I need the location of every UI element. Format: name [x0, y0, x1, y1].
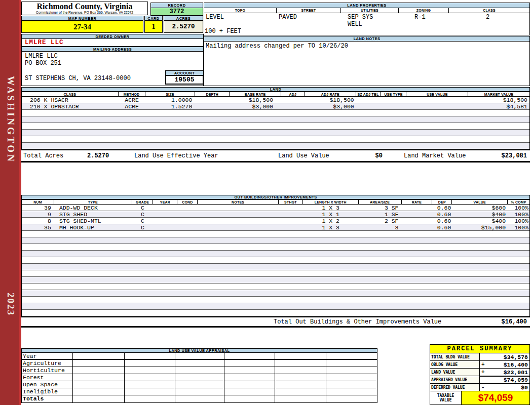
empty-cell [125, 360, 175, 367]
empty-cell [275, 395, 327, 402]
cell-size: 1.0000 [145, 97, 196, 103]
class-value: 2 [486, 14, 489, 21]
empty-cell [275, 388, 327, 395]
land-table: LAND CLASS METHOD SIZE DEPTH BASE RATE A… [21, 87, 530, 163]
empty-cell [224, 353, 275, 359]
lua-row-horticulture: Horticulture [22, 367, 377, 374]
ps-operator: - [480, 384, 487, 390]
land-row: 210 X OPNSTACR ACRE 1.5270 $3,000 $3,000… [22, 103, 529, 110]
street-value: PAVED [279, 14, 297, 21]
col-ob-cond: COND [177, 200, 198, 204]
utilities-value: SEP SYS [348, 14, 373, 21]
empty-cell [73, 395, 125, 402]
out-buildings-total-value: $16,400 [502, 318, 527, 326]
land-notes-text: Mailing address changed per TO 10/26/20 [204, 42, 529, 50]
cell-grade: C [132, 211, 154, 218]
taxable-value-row: TAXABLEVALUE $74,059 [430, 391, 529, 404]
empty-cell [275, 360, 327, 367]
address-line-3: ST STEPHENS CH, VA 23148-0000 [25, 75, 131, 82]
out-buildings-rows: 39 ADD-WD DECK C 1 X 3 3 SF 0.60 $600 10… [22, 205, 529, 316]
topo-value-2: 100 + FEET [205, 28, 241, 35]
effective-year-label: Land Use Effective Year [134, 152, 218, 159]
ps-label: DEFERRED VALUE [430, 384, 480, 391]
empty-row [22, 264, 529, 270]
empty-cell [175, 374, 224, 381]
col-ob-type: TYPE [54, 200, 132, 204]
cell-value: $600 [452, 205, 508, 211]
lua-label: Ineligible [22, 388, 73, 395]
cell-value: $400 [452, 218, 508, 224]
record-box: RECORD 3772 [150, 3, 203, 16]
utilities-value-2: WELL [348, 21, 362, 28]
cell-value: $400 [452, 211, 508, 218]
col-ob-sthgt: STHGT [279, 200, 303, 204]
empty-row [22, 290, 529, 297]
record-value: 3772 [150, 8, 203, 16]
cell-market-value: $4,581 [468, 103, 529, 110]
parcel-summary-row: DEFERRED VALUE - $0 [430, 384, 529, 391]
zoning-value: R-1 [414, 14, 426, 21]
empty-row [22, 244, 529, 251]
cell-area-size: 1 SF [359, 211, 402, 218]
mailing-address-box: LMLRE LLC PO BOX 251 ST STEPHENS CH, VA … [21, 52, 204, 86]
deeded-owner-value: LMLRE LLC [21, 39, 204, 47]
land-properties-title: LAND PROPERTIES [204, 3, 529, 8]
col-land-class: CLASS [22, 92, 119, 96]
land-market-value: $23,081 [502, 152, 527, 159]
land-notes-title: LAND NOTES [204, 36, 529, 42]
cell-dep: 0.60 [432, 224, 452, 231]
land-row: 206 K HSACR ACRE 1.0000 $18,500 $18,500 … [22, 97, 529, 103]
col-land-adj: ADJ [281, 92, 305, 96]
col-zoning: ZONING [399, 8, 449, 13]
cell-class: 210 X OPNSTACR [22, 103, 119, 110]
col-ob-dep: DEP [432, 200, 452, 204]
empty-cell [224, 374, 275, 381]
empty-cell [125, 374, 175, 381]
land-notes-box: LAND NOTES Mailing address changed per T… [204, 36, 530, 86]
cell-length-width: 1 X 1 [303, 211, 359, 218]
empty-cell [175, 353, 224, 359]
account-box: ACCOUNT 19505 [165, 70, 204, 85]
empty-cell [73, 381, 125, 388]
empty-row [22, 116, 529, 123]
col-ob-grade: GRADE [132, 200, 154, 204]
empty-cell [326, 353, 377, 359]
empty-cell [73, 388, 125, 395]
empty-cell [73, 353, 125, 359]
cell-market-value: $18,500 [468, 97, 529, 103]
out-buildings-totals-row: Total Out Buildings & Other Improvements… [21, 316, 530, 327]
cell-num: 8 [22, 218, 54, 224]
land-use-appraisal-table: LAND USE VALUE APPRAISAL Year Agricultur… [21, 348, 377, 403]
out-building-row: 35 MH HOOK-UP C 1 X 3 3 0.60 $15,000 100… [22, 224, 529, 231]
cell-num: 39 [22, 205, 54, 211]
cell-dep: 0.60 [432, 218, 452, 224]
cell-method: ACRE [119, 97, 145, 103]
empty-cell [275, 374, 327, 381]
county-title-box: Richmond County, Virginia Commissioner o… [21, 2, 148, 15]
land-use-value-label: Land Use Value [278, 152, 329, 159]
cell-value: $15,000 [452, 224, 508, 231]
empty-cell [275, 381, 327, 388]
ps-value: $74,059 [487, 377, 529, 383]
empty-cell [326, 388, 377, 395]
cell-method: ACRE [119, 103, 145, 110]
empty-cell [224, 388, 275, 395]
sidebar [0, 0, 19, 405]
empty-cell [326, 374, 377, 381]
land-properties-box: LAND PROPERTIES TOPO STREET UTILITIES ZO… [204, 3, 530, 35]
lua-label: Forest [22, 374, 73, 381]
empty-row [22, 231, 529, 237]
out-buildings-total-label: Total Out Buildings & Other Improvements… [274, 318, 441, 326]
out-building-row: 8 STG SHED-MTL C 1 X 2 2 SF 0.60 $400 10… [22, 218, 529, 224]
account-value: 19505 [165, 75, 204, 85]
cell-comp: 100% [508, 224, 529, 231]
ps-label: LAND VALUE [430, 369, 480, 376]
parcel-summary-row: LAND VALUE + $23,081 [430, 369, 529, 376]
property-record-card: WASHINGTON 2023 Richmond County, Virgini… [0, 0, 532, 405]
land-market-value-label: Land Market Value [404, 152, 466, 159]
total-acres-value: 2.5270 [87, 152, 109, 159]
account-label: ACCOUNT [165, 70, 204, 75]
ps-value: $23,081 [487, 369, 529, 376]
lua-row-totals: Totals [22, 395, 377, 402]
empty-cell [224, 360, 275, 367]
